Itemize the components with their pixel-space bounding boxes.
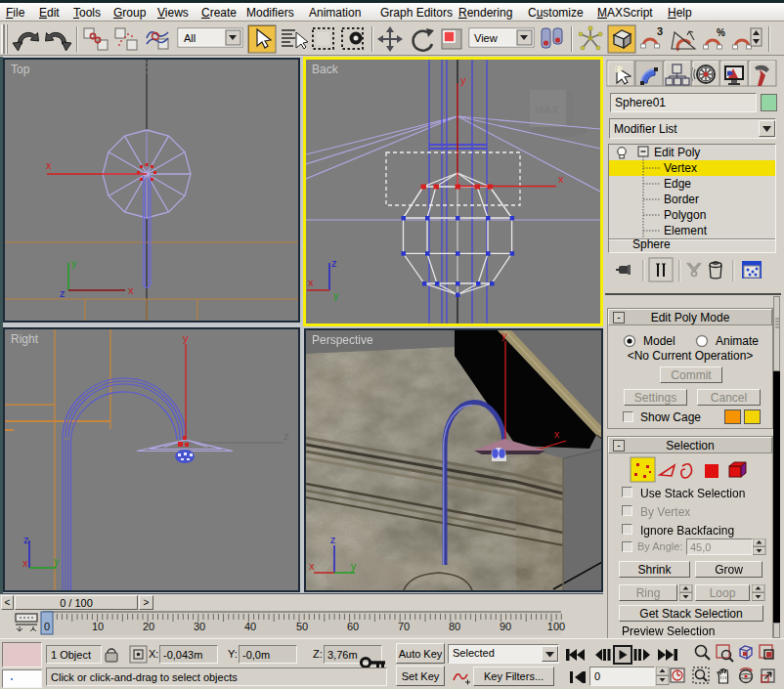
svg-text:70: 70 [398, 621, 410, 632]
svg-text:%: % [717, 27, 725, 38]
svg-text:x: x [22, 557, 28, 569]
svg-text:20: 20 [143, 621, 154, 632]
svg-text:MAX: MAX [535, 104, 559, 115]
svg-text:90: 90 [500, 621, 511, 632]
svg-text:100: 100 [547, 621, 565, 632]
svg-text:x: x [554, 428, 560, 440]
svg-text:x: x [309, 560, 315, 572]
svg-text:z: z [23, 534, 29, 545]
svg-text:z: z [60, 287, 65, 299]
svg-text:Perspective: Perspective [312, 333, 373, 347]
svg-text:60: 60 [347, 621, 359, 632]
svg-text:10: 10 [92, 621, 104, 632]
svg-text:y: y [501, 330, 507, 341]
svg-text:z: z [330, 534, 336, 545]
svg-text:y: y [333, 289, 339, 301]
svg-text:Top: Top [11, 63, 30, 76]
svg-text:y: y [71, 257, 77, 269]
svg-text:y: y [183, 332, 189, 344]
svg-text:Right: Right [11, 332, 39, 346]
svg-text:3: 3 [657, 25, 663, 37]
svg-text:x: x [128, 284, 134, 296]
svg-text:0: 0 [44, 621, 50, 632]
svg-text:z: z [283, 430, 289, 442]
svg-text:y: y [351, 560, 357, 572]
svg-text:z: z [331, 257, 337, 269]
svg-text:y: y [460, 74, 466, 86]
svg-text:x: x [308, 277, 314, 288]
svg-text:All: All [184, 32, 196, 44]
svg-text:Back: Back [312, 63, 339, 76]
svg-text:40: 40 [244, 621, 256, 632]
svg-text:y: y [54, 555, 60, 567]
svg-text:x: x [46, 159, 52, 171]
svg-text:View: View [474, 32, 498, 44]
svg-text:x: x [558, 173, 564, 185]
svg-text:30: 30 [194, 621, 205, 632]
svg-text:50: 50 [296, 621, 308, 632]
svg-text:80: 80 [449, 621, 460, 632]
